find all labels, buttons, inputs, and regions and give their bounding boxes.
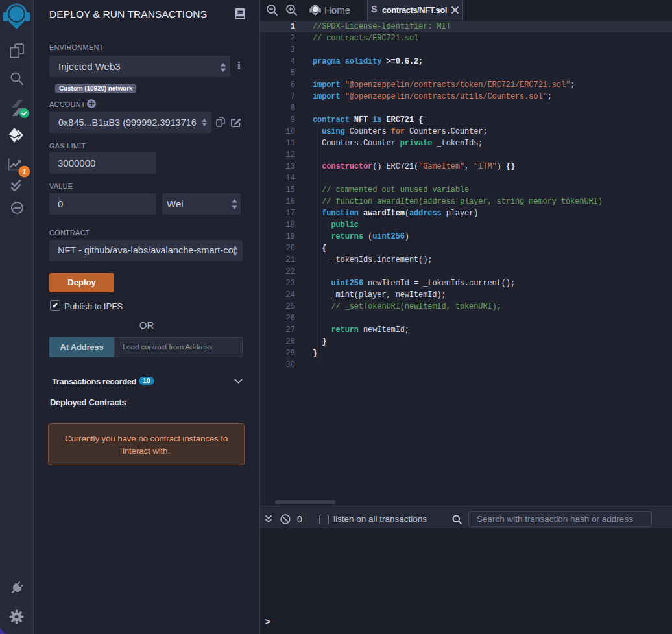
svg-text:1: 1 <box>22 168 26 176</box>
